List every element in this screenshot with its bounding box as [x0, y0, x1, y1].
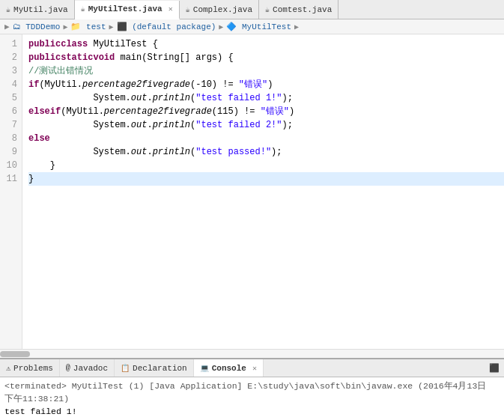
bottom-tab-bar: ⚠ Problems @ Javadoc 📋 Declaration 💻 Con…	[0, 359, 504, 377]
breadcrumb: ▶ 🗂 TDDDemo ▶ 📁 test ▶ ⬛ (default packag…	[0, 19, 504, 34]
code-line-1: public class MyUtilTest {	[28, 37, 504, 51]
breadcrumb-item-package[interactable]: ⬛ (default package)	[117, 22, 216, 31]
breadcrumb-item-tdd[interactable]: 🗂 TDDDemo	[13, 22, 61, 31]
tab-complex[interactable]: ☕ Complex.java	[180, 0, 259, 19]
breadcrumb-sep4: ▶	[294, 22, 299, 31]
tab-comtest[interactable]: ☕ Comtest.java	[259, 0, 338, 19]
breadcrumb-item-class[interactable]: 🔷 MyUtilTest	[226, 22, 291, 31]
code-line-4: if(MyUtil.percentage2fivegrade(-10) != "…	[28, 78, 504, 91]
code-line-3: //测试出错情况	[28, 64, 504, 78]
bottom-panel: ⚠ Problems @ Javadoc 📋 Declaration 💻 Con…	[0, 358, 504, 420]
java-icon-myutiltest: ☕	[81, 4, 85, 13]
breadcrumb-item-test[interactable]: 📁 test	[70, 22, 106, 31]
editor-area: 12345 678910 11 public class MyUtilTest …	[0, 34, 504, 358]
editor-hscroll[interactable]	[0, 349, 504, 358]
code-line-2: public static void main(String[] args) {	[28, 51, 504, 64]
editor-scroll[interactable]: 12345 678910 11 public class MyUtilTest …	[0, 34, 504, 349]
declaration-icon: 📋	[121, 364, 130, 373]
close-console-tab[interactable]: ✕	[252, 364, 257, 373]
bottom-tab-declaration[interactable]: 📋 Declaration	[115, 359, 194, 377]
breadcrumb-sep1: ▶	[63, 22, 67, 31]
tab-myutil[interactable]: ☕ MyUtil.java	[0, 0, 75, 19]
java-icon-complex: ☕	[186, 5, 190, 14]
console-output: test failed 1!	[4, 405, 500, 418]
code-editor[interactable]: public class MyUtilTest { public static …	[22, 34, 504, 349]
code-line-9: System.out.println("test passed!");	[28, 145, 504, 159]
java-icon-myutil: ☕	[6, 5, 10, 14]
breadcrumb-arrow-start: ▶	[4, 22, 10, 31]
problems-icon: ⚠	[6, 364, 10, 373]
bottom-tab-problems[interactable]: ⚠ Problems	[0, 359, 60, 377]
code-line-11: }	[28, 172, 504, 186]
java-icon-comtest: ☕	[265, 5, 270, 14]
bottom-tab-console[interactable]: 💻 Console ✕	[194, 359, 264, 377]
javadoc-icon: @	[66, 364, 70, 372]
breadcrumb-sep2: ▶	[109, 22, 114, 31]
console-header: <terminated> MyUtilTest (1) [Java Applic…	[4, 380, 500, 405]
code-line-5: System.out.println("test failed 1!");	[28, 91, 504, 105]
code-line-8: else	[28, 132, 504, 145]
minimize-bottom-panel[interactable]: ⬛	[485, 363, 504, 373]
console-icon: 💻	[200, 364, 209, 373]
line-numbers: 12345 678910 11	[0, 34, 22, 349]
close-tab-myutiltest[interactable]: ✕	[168, 4, 173, 13]
code-line-10: }	[28, 159, 504, 172]
bottom-tab-javadoc[interactable]: @ Javadoc	[60, 359, 115, 377]
console-content: <terminated> MyUtilTest (1) [Java Applic…	[0, 377, 504, 420]
code-line-7: System.out.println("test failed 2!");	[28, 118, 504, 132]
tab-myutiltest[interactable]: ☕ MyUtilTest.java ✕	[75, 1, 180, 19]
breadcrumb-sep3: ▶	[219, 22, 223, 31]
hscroll-thumb[interactable]	[0, 351, 30, 357]
code-line-6: else if(MyUtil.percentage2fivegrade(115)…	[28, 105, 504, 118]
editor-tab-bar: ☕ MyUtil.java ☕ MyUtilTest.java ✕ ☕ Comp…	[0, 0, 504, 19]
